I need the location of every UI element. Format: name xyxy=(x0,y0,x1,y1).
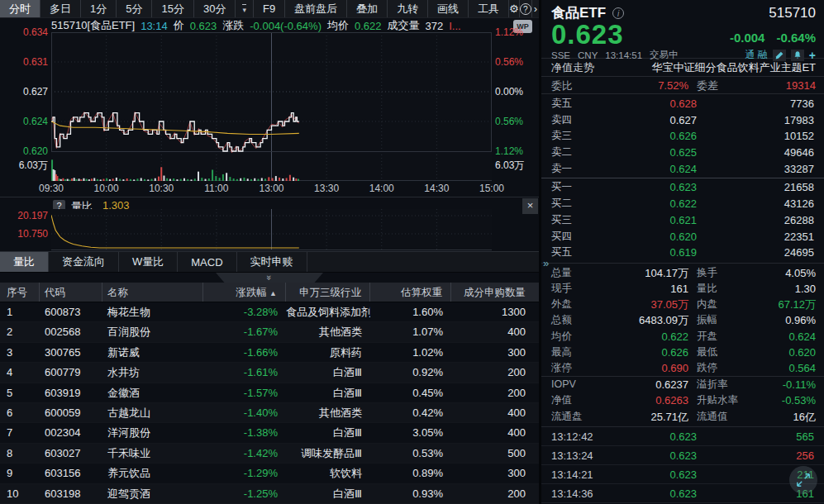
tick-row: 13:14:210.623211 xyxy=(541,465,824,484)
table-cell: 0.42% xyxy=(370,403,451,422)
table-row[interactable]: 10603198迎驾贡酒-1.25%白酒Ⅲ0.93%200 xyxy=(0,484,539,504)
table-header-cell[interactable]: 成分申购数量 xyxy=(451,283,539,302)
bid-volume: 43126 xyxy=(697,196,814,212)
ask-volume: 17983 xyxy=(697,112,814,129)
table-cell: 9 xyxy=(0,464,40,483)
quote-time: 13:14:51 xyxy=(605,50,642,60)
tab-多日[interactable]: 多日 xyxy=(40,0,81,17)
table-row[interactable]: 8603027千禾味业-1.42%调味发酵品Ⅲ0.53%500 xyxy=(0,444,539,464)
more-button[interactable]: › xyxy=(532,0,539,17)
table-header-cell[interactable]: 代码 xyxy=(40,283,102,302)
price-change: -0.004 xyxy=(730,31,765,45)
table-cell: 其他酒类 xyxy=(286,403,370,422)
chart-symbol: 515710[食品ETF] xyxy=(51,18,135,33)
bid-row[interactable]: 买二0.62243126 xyxy=(541,196,824,212)
ask-label: 卖三 xyxy=(551,128,598,145)
menu-item-画线[interactable]: 画线 xyxy=(428,0,469,17)
tick-list[interactable]: 13:12:420.62356513:13:240.62325613:14:21… xyxy=(541,427,824,503)
stat-label: IOPV xyxy=(551,377,599,392)
ask-row[interactable]: 卖四0.62717983 xyxy=(541,112,824,129)
indicator-tab-W量比[interactable]: W量比 xyxy=(119,252,178,272)
info-icon[interactable]: i xyxy=(612,7,624,19)
bid-volume: 24695 xyxy=(697,245,814,261)
tab-30分[interactable]: 30分 xyxy=(194,0,236,17)
menu-item-盘前盘后[interactable]: 盘前盘后 xyxy=(285,0,347,17)
table-row[interactable]: 1600873梅花生物-3.28%食品及饲料添加剂1.60%1300 xyxy=(0,302,539,322)
alert-button[interactable] xyxy=(791,50,804,61)
stat-row: IOPV0.6237溢折率-0.11% xyxy=(541,377,824,392)
bid-row[interactable]: 买五0.61924695 xyxy=(541,245,824,261)
trading-terminal: 分时多日1分5分15分30分 ▾ F9盘前盘后叠加九转画线工具 ⚙ ? › 51… xyxy=(0,0,824,504)
settings-button[interactable]: ⚙ xyxy=(509,0,520,17)
indicator-tab-资金流向[interactable]: 资金流向 xyxy=(49,252,119,272)
pct-axis-label: 1.12% xyxy=(495,26,536,38)
period-dropdown[interactable]: ▾ xyxy=(236,0,254,17)
menu-item-F9[interactable]: F9 xyxy=(254,0,285,17)
menu-item-叠加[interactable]: 叠加 xyxy=(347,0,388,17)
bid-label: 买二 xyxy=(551,196,598,212)
table-cell: 200 xyxy=(451,363,539,382)
tab-1分[interactable]: 1分 xyxy=(81,0,117,17)
bid-row[interactable]: 买一0.62321658 xyxy=(541,179,824,196)
table-row[interactable]: 3300765新诺威-1.66%原料药1.02%300 xyxy=(0,343,539,363)
time-tick-label: 10:30 xyxy=(149,183,174,194)
table-cell: 梅花生物 xyxy=(102,302,203,321)
tab-分时[interactable]: 分时 xyxy=(0,0,40,17)
table-row[interactable]: 9603156养元饮品-1.29%软饮料0.89%300 xyxy=(0,464,539,483)
stat-row: 总量104.17万换手4.05% xyxy=(541,265,824,281)
resize-arrows-icon xyxy=(796,473,811,487)
gear-icon: ⚙ xyxy=(509,2,519,15)
stat-value: 104.17万 xyxy=(599,265,688,281)
menu-item-九转[interactable]: 九转 xyxy=(388,0,428,17)
table-cell: 603198 xyxy=(40,484,102,503)
minute-chart[interactable] xyxy=(51,32,492,181)
nav-label: 净值走势 xyxy=(551,60,594,75)
table-cell: 新诺威 xyxy=(102,343,203,362)
tab-15分[interactable]: 15分 xyxy=(152,0,193,17)
add-button[interactable]: + xyxy=(809,50,816,61)
stat-label: 最低 xyxy=(688,345,769,360)
table-cell: -1.57% xyxy=(203,383,286,402)
table-cell: -1.38% xyxy=(203,423,286,442)
bid-row[interactable]: 买四0.62022351 xyxy=(541,229,824,245)
table-row[interactable]: 4600779水井坊-1.61%白酒Ⅲ0.92%200 xyxy=(0,363,539,383)
table-row[interactable]: 2002568百润股份-1.67%其他酒类1.07%400 xyxy=(0,322,539,342)
table-header-cell[interactable]: 估算权重 xyxy=(370,283,451,302)
collapse-handle[interactable]: » xyxy=(216,273,323,283)
menu-item-工具[interactable]: 工具 xyxy=(469,0,509,17)
table-cell: 其他酒类 xyxy=(286,322,370,341)
instrument-code: 515710 xyxy=(769,5,816,21)
indicator-tab-实时申赎[interactable]: 实时申赎 xyxy=(237,252,307,272)
table-header-cell[interactable]: 名称 xyxy=(102,283,203,302)
edit-button[interactable] xyxy=(773,50,786,61)
stat-value: -0.11% xyxy=(769,377,816,392)
table-body[interactable]: 1600873梅花生物-3.28%食品及饲料添加剂1.60%1300200256… xyxy=(0,302,539,504)
y-axis-label: 0.624 xyxy=(0,116,48,127)
ask-row[interactable]: 卖二0.62549646 xyxy=(541,145,824,161)
ask-row[interactable]: 卖三0.62610152 xyxy=(541,128,824,145)
table-row[interactable]: 6600059古越龙山-1.40%其他酒类0.42%400 xyxy=(0,403,539,423)
stat-value: -0.53% xyxy=(769,392,816,408)
ask-row[interactable]: 卖五0.6287736 xyxy=(541,96,824,112)
table-header-cell[interactable]: 申万三级行业 xyxy=(286,283,370,302)
bid-row[interactable]: 买三0.62126288 xyxy=(541,212,824,229)
fullscreen-button[interactable] xyxy=(789,466,817,494)
table-row[interactable]: 5603919金徽酒-1.57%白酒Ⅲ0.45%200 xyxy=(0,383,539,403)
table-cell: 400 xyxy=(451,423,539,442)
volume-ratio-chart[interactable] xyxy=(51,209,492,250)
ask-row[interactable]: 卖一0.62433287 xyxy=(541,161,824,178)
expand-panel-icon[interactable]: » xyxy=(543,257,549,269)
help-button[interactable]: ? xyxy=(520,0,532,17)
table-header-cell[interactable]: 涨跌幅▲ xyxy=(203,283,286,302)
stat-value: 0.564 xyxy=(769,360,816,376)
table-cell: 600873 xyxy=(40,302,102,321)
stat-value: 16亿 xyxy=(769,409,816,425)
stat-row: 涨停0.690跌停0.564 xyxy=(541,360,824,376)
table-header-cell[interactable]: 序号 xyxy=(0,283,40,302)
table-row[interactable]: 7002304洋河股份-1.38%白酒Ⅲ3.05%400 xyxy=(0,423,539,443)
stat-value: 37.05万 xyxy=(599,297,688,312)
tab-5分[interactable]: 5分 xyxy=(117,0,152,17)
indicator-tab-MACD[interactable]: MACD xyxy=(178,252,236,272)
indicator-close-button[interactable]: × xyxy=(522,198,538,214)
indicator-tab-量比[interactable]: 量比 xyxy=(0,252,49,272)
